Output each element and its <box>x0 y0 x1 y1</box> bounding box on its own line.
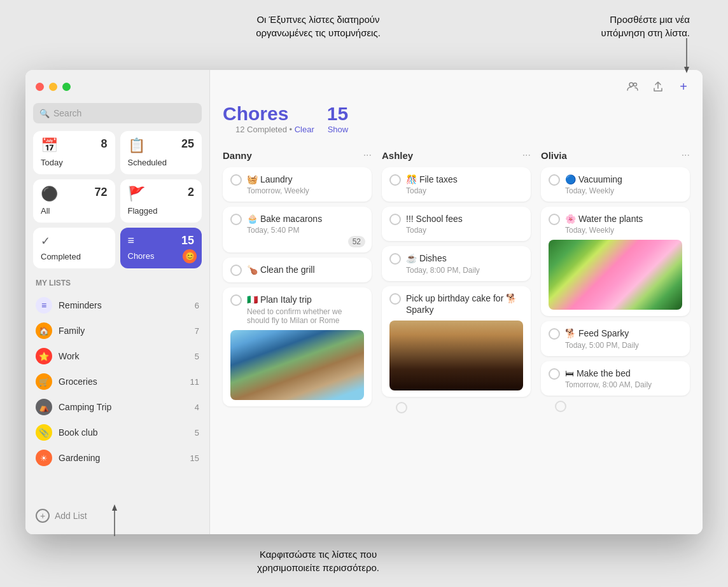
column-danny: Danny ··· 🧺 Laundry Tomorrow, Weekly <box>218 147 377 527</box>
my-lists-section-title: My Lists <box>25 276 209 293</box>
sidebar-item-work[interactable]: ⭐ Work 5 <box>31 343 204 369</box>
vacuuming-checkbox[interactable] <box>549 174 560 186</box>
flagged-count: 2 <box>188 186 194 199</box>
sidebar-item-reminders[interactable]: ≡ Reminders 6 <box>31 293 204 318</box>
water-plants-checkbox[interactable] <box>549 214 560 225</box>
task-laundry[interactable]: 🧺 Laundry Tomorrow, Weekly <box>223 167 372 202</box>
show-button[interactable]: Show <box>327 125 348 134</box>
gardening-icon: ☀ <box>36 450 52 466</box>
smart-list-completed[interactable]: ✓ Completed <box>33 228 115 268</box>
task-make-bed[interactable]: 🛏 Make the bed Tomorrow, 8:00 AM, Daily <box>541 361 690 396</box>
task-water-plants[interactable]: 🌸 Water the plants Today, Weekly <box>541 207 690 316</box>
school-fees-checkbox[interactable] <box>389 214 401 225</box>
list-count-area: 15 Show <box>327 103 348 134</box>
laundry-subtitle: Tomorrow, Weekly <box>247 186 364 195</box>
school-fees-subtitle: Today <box>406 226 523 235</box>
feed-sparky-checkbox[interactable] <box>549 328 560 340</box>
plan-italy-checkbox[interactable] <box>230 294 242 306</box>
task-file-taxes[interactable]: 🎊 File taxes Today <box>382 167 531 202</box>
scheduled-count: 25 <box>181 137 194 151</box>
ashley-add-task[interactable] <box>396 402 407 413</box>
ashley-menu-icon[interactable]: ··· <box>522 149 531 161</box>
file-taxes-checkbox[interactable] <box>389 174 401 186</box>
task-vacuuming[interactable]: 🔵 Vacuuming Today, Weekly <box>541 167 690 202</box>
clean-grill-checkbox[interactable] <box>230 265 242 276</box>
smart-list-scheduled[interactable]: 📋 Scheduled 25 <box>120 131 202 174</box>
column-header-olivia: Olivia ··· <box>541 147 690 167</box>
annotation-add-reminder: Προσθέστε μια νέα υπόμνηση στη λίστα. <box>575 13 690 39</box>
collaborate-button[interactable] <box>624 78 641 95</box>
dishes-checkbox[interactable] <box>389 253 401 265</box>
file-taxes-title: 🎊 File taxes <box>406 174 523 185</box>
water-plants-title: 🌸 Water the plants <box>565 213 682 224</box>
smart-list-flagged[interactable]: 🚩 Flagged 2 <box>120 179 202 223</box>
list-title: Chores <box>223 103 327 125</box>
reminders-icon: ≡ <box>36 297 52 314</box>
file-taxes-subtitle: Today <box>406 186 523 195</box>
search-placeholder: Search <box>53 108 81 118</box>
smart-list-chores[interactable]: ≡ Chores 15 😊 <box>120 228 202 268</box>
completed-icon: ✓ <box>41 234 108 248</box>
sidebar-item-groceries[interactable]: 🛒 Groceries 11 <box>31 369 204 394</box>
add-reminder-button[interactable]: + <box>675 78 692 95</box>
titlebar <box>25 70 209 103</box>
main-content: + Chores 12 Completed • Clear 15 Show Da… <box>210 70 703 534</box>
column-ashley: Ashley ··· 🎊 File taxes Today <box>377 147 536 527</box>
work-count: 5 <box>195 352 199 361</box>
make-bed-title: 🛏 Make the bed <box>565 368 682 379</box>
smart-list-today[interactable]: 📅 Today 8 <box>33 131 115 174</box>
clean-grill-title: 🍗 Clean the grill <box>247 264 364 275</box>
smart-list-all[interactable]: ⚫ All 72 <box>33 179 115 223</box>
groceries-label: Groceries <box>59 376 184 387</box>
column-name-ashley: Ashley <box>382 150 413 161</box>
sidebar-item-gardening[interactable]: ☀ Gardening 15 <box>31 445 204 471</box>
today-count: 8 <box>101 137 107 151</box>
chores-label: Chores <box>128 251 155 261</box>
task-school-fees[interactable]: !!! School fees Today <box>382 207 531 241</box>
task-plan-italy[interactable]: 🇮🇹 Plan Italy trip Need to confirm wheth… <box>223 287 372 406</box>
feed-sparky-title: 🐕 Feed Sparky <box>565 328 682 339</box>
sidebar-item-bookclub[interactable]: 📎 Book club 5 <box>31 420 204 445</box>
task-bake-macarons[interactable]: 🧁 Bake macarons Today, 5:40 PM 52 <box>223 207 372 252</box>
sidebar-item-camping[interactable]: ⛺ Camping Trip 4 <box>31 394 204 420</box>
add-list-label: Add List <box>55 511 87 521</box>
column-name-olivia: Olivia <box>541 150 567 161</box>
plan-italy-subtitle: Need to confirm whether we should fly to… <box>247 307 364 325</box>
column-header-ashley: Ashley ··· <box>382 147 531 167</box>
gardening-label: Gardening <box>59 453 184 463</box>
sidebar-item-family[interactable]: 🏠 Family 7 <box>31 318 204 343</box>
olivia-add-task[interactable] <box>555 401 566 412</box>
list-sub: 12 Completed • Clear <box>223 125 327 142</box>
share-button[interactable] <box>649 78 667 95</box>
search-icon: 🔍 <box>39 109 50 118</box>
make-bed-checkbox[interactable] <box>549 368 560 380</box>
task-feed-sparky[interactable]: 🐕 Feed Sparky Today, 5:00 PM, Daily <box>541 321 690 356</box>
bookclub-icon: 📎 <box>36 424 52 441</box>
search-bar[interactable]: 🔍 Search <box>33 103 202 123</box>
laundry-checkbox[interactable] <box>230 174 242 186</box>
bake-macarons-checkbox[interactable] <box>230 214 242 225</box>
birthday-cake-image <box>389 321 523 390</box>
svg-point-4 <box>629 83 633 86</box>
olivia-menu-icon[interactable]: ··· <box>682 149 690 161</box>
minimize-button[interactable] <box>49 83 57 91</box>
clear-button[interactable]: Clear <box>295 125 314 134</box>
family-count: 7 <box>195 326 199 336</box>
danny-menu-icon[interactable]: ··· <box>363 149 372 161</box>
task-birthday-cake[interactable]: Pick up birthday cake for 🐕 Sparky <box>382 286 531 397</box>
work-label: Work <box>59 351 188 361</box>
add-list-button[interactable]: + Add List <box>25 504 209 528</box>
bake-macarons-badge: 52 <box>348 236 365 247</box>
groceries-icon: 🛒 <box>36 373 52 390</box>
task-dishes[interactable]: ☕ Dishes Today, 8:00 PM, Daily <box>382 246 531 280</box>
birthday-cake-checkbox[interactable] <box>389 293 401 305</box>
task-clean-grill[interactable]: 🍗 Clean the grill <box>223 258 372 282</box>
flagged-label: Flagged <box>128 206 158 216</box>
maximize-button[interactable] <box>62 83 71 91</box>
water-plants-subtitle: Today, Weekly <box>565 226 682 235</box>
groceries-count: 11 <box>190 377 199 387</box>
dishes-subtitle: Today, 8:00 PM, Daily <box>406 266 523 275</box>
bookclub-count: 5 <box>195 428 199 438</box>
close-button[interactable] <box>36 83 44 91</box>
column-olivia: Olivia ··· 🔵 Vacuuming Today, Weekly <box>536 147 695 527</box>
